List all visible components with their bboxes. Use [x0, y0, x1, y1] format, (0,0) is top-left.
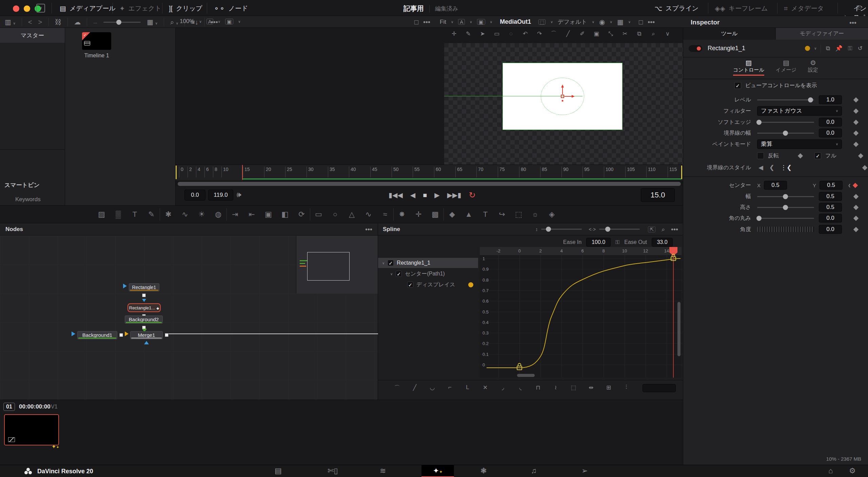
spline-playhead-flag[interactable]: [669, 247, 677, 256]
relative-key-icon[interactable]: ≀: [547, 384, 565, 392]
angle-keyframe-diamond[interactable]: [853, 227, 859, 232]
center-y-field[interactable]: 0.5: [820, 181, 843, 190]
select-arrow-icon[interactable]: ➤: [475, 30, 490, 37]
viewer-node-name[interactable]: MediaOut1: [500, 18, 531, 25]
height-slider[interactable]: [757, 207, 814, 208]
node-background2[interactable]: Background2: [125, 316, 163, 324]
magnify-tool-icon[interactable]: ⌕: [646, 31, 660, 37]
level-field[interactable]: 1.0: [819, 95, 842, 104]
overlay-icon[interactable]: ▣: [225, 19, 233, 24]
viewer-fit-select[interactable]: Fit: [440, 19, 446, 25]
camera-3d-tool-icon[interactable]: ⬚: [510, 210, 527, 219]
tree-node-checkbox[interactable]: ✓: [388, 260, 394, 266]
tree-expand-icon[interactable]: ∨: [382, 261, 384, 265]
copy-settings-icon[interactable]: ⧉: [826, 45, 830, 51]
border-width-field[interactable]: 0.0: [819, 129, 842, 137]
fast-noise-tool-icon[interactable]: ▒: [110, 210, 126, 219]
polygon-mask-tool-icon[interactable]: △: [343, 210, 360, 219]
pen-tool-icon[interactable]: ✎: [461, 30, 475, 37]
filter-keyframe-diamond[interactable]: [853, 108, 859, 114]
spline-graph[interactable]: -202468101214 10.90.80.70.60.50.40.30.20…: [480, 247, 682, 378]
shape-3d-tool-icon[interactable]: ▲: [460, 210, 477, 219]
render-range-start-marker[interactable]: [176, 166, 177, 179]
color-curves-tool-icon[interactable]: ∿: [177, 210, 193, 219]
shape-box-icon[interactable]: ⊞: [600, 384, 617, 392]
position-tool-icon[interactable]: ✛: [447, 30, 461, 37]
invert-checkbox[interactable]: [757, 152, 764, 159]
link-tool-icon[interactable]: ⧉: [632, 31, 646, 37]
paint-mode-dropdown[interactable]: 乗算∨: [757, 139, 842, 149]
soft-edge-field[interactable]: 0.0: [819, 118, 842, 127]
timeline-zoom-scrollbar[interactable]: [178, 182, 681, 186]
undo-curve-icon[interactable]: ↶: [518, 30, 532, 37]
ease-lock-icon[interactable]: ⚿: [615, 240, 619, 245]
step-out-key-icon[interactable]: L: [459, 384, 476, 392]
lock-icon[interactable]: ⚿: [848, 45, 852, 51]
curve-color-swatch[interactable]: [468, 282, 473, 287]
channel-grid-icon[interactable]: ▦: [617, 19, 624, 25]
spline-v-scrollbar[interactable]: [677, 302, 680, 356]
node-merge1[interactable]: Merge1: [130, 331, 163, 339]
thumb-size-slider[interactable]: [103, 22, 141, 23]
paint-tool-icon[interactable]: ✎: [143, 210, 160, 219]
soft-edge-slider[interactable]: [757, 122, 814, 123]
search-icon[interactable]: ⌕ ∨: [170, 19, 178, 25]
playhead[interactable]: [242, 165, 243, 180]
center-control-handle[interactable]: [554, 83, 578, 103]
center-x-field[interactable]: 0.5: [764, 181, 787, 190]
center-keyframe-diamond[interactable]: [853, 183, 858, 188]
level-slider[interactable]: [757, 99, 814, 100]
color-corrector-tool-icon[interactable]: ☀: [193, 210, 210, 219]
p-spawn-tool-icon[interactable]: ✛: [410, 210, 427, 219]
corner-radius-field[interactable]: 0.0: [819, 214, 842, 223]
current-frame-field[interactable]: 15.0: [641, 188, 675, 202]
border-style-keyframe-diamond[interactable]: [862, 165, 868, 170]
ease-out-field[interactable]: 33.0: [652, 238, 673, 247]
play-button[interactable]: ▶: [434, 191, 439, 199]
expand-viewer-icon[interactable]: □: [639, 19, 643, 25]
window-close-button[interactable]: [13, 5, 19, 12]
inspector-more-icon[interactable]: •••: [849, 19, 856, 26]
smooth-key-icon[interactable]: ⌒: [388, 384, 406, 392]
reset-icon[interactable]: ↺: [858, 45, 863, 51]
page-edit-icon[interactable]: ≋: [380, 467, 386, 475]
viewer-lut-select[interactable]: デフォルト: [558, 18, 587, 26]
cut-tool-icon[interactable]: ✂: [618, 30, 632, 37]
quick-export-icon[interactable]: ∨: [36, 4, 45, 13]
full-keyframe-diamond[interactable]: [858, 153, 863, 158]
paint-mode-keyframe-diamond[interactable]: [853, 141, 859, 147]
viewer-options-icon[interactable]: •••: [648, 19, 655, 25]
spline-tree-node[interactable]: ∨ ✓ Rectangle1_1: [378, 258, 478, 268]
nodes-toggle[interactable]: ⚬⚬ ノード: [214, 4, 248, 13]
tree-path-checkbox[interactable]: ✓: [396, 271, 402, 277]
p-emitter-tool-icon[interactable]: ✸: [394, 210, 410, 219]
node-background1[interactable]: Background1: [77, 331, 117, 339]
step-back-button[interactable]: ◀: [410, 191, 415, 199]
tree-expand-icon[interactable]: ∨: [390, 272, 393, 276]
spline-tree-displace[interactable]: ✓ ディスプレイス: [378, 280, 478, 290]
node-rectangle1-1[interactable]: Rectangle1... ◆: [127, 303, 161, 312]
smart-bin-keywords[interactable]: Keywords: [15, 196, 41, 203]
renderer-3d-tool-icon[interactable]: ◈: [544, 210, 560, 219]
media-pool-toggle[interactable]: ▤ メディアプール: [60, 4, 116, 13]
unlink-icon[interactable]: ⛓: [55, 19, 61, 25]
bin-master[interactable]: マスター: [0, 28, 65, 43]
background-tool-icon[interactable]: ▨: [93, 210, 110, 219]
spline-tree-path[interactable]: ∨ ✓ センター(Path1): [378, 269, 478, 279]
nodes-panel-options-icon[interactable]: •••: [365, 226, 372, 233]
corner-radius-keyframe-diamond[interactable]: [853, 215, 859, 221]
fusion-clip-thumbnail[interactable]: [4, 414, 59, 445]
color-wheel-icon[interactable]: ◉: [599, 19, 605, 25]
ease-in-field[interactable]: 100.0: [586, 238, 611, 247]
audio-mute-icon[interactable]: 🕪: [237, 191, 241, 198]
subtab-controls[interactable]: ▨ コントロール: [733, 59, 764, 79]
page-fairlight-icon[interactable]: ♫: [531, 467, 537, 475]
spline-toggle[interactable]: ⌥ スプライン: [654, 4, 698, 13]
loop-key-icon[interactable]: ◟: [512, 384, 529, 392]
rect-select-icon[interactable]: ▭: [490, 30, 504, 37]
roi-icon[interactable]: ⬚: [538, 19, 546, 25]
full-checkbox[interactable]: ✓: [814, 152, 821, 159]
viewer-more-icon[interactable]: •••: [423, 19, 430, 25]
stop-button[interactable]: ■: [423, 191, 427, 199]
single-viewer-icon[interactable]: □: [414, 19, 418, 25]
